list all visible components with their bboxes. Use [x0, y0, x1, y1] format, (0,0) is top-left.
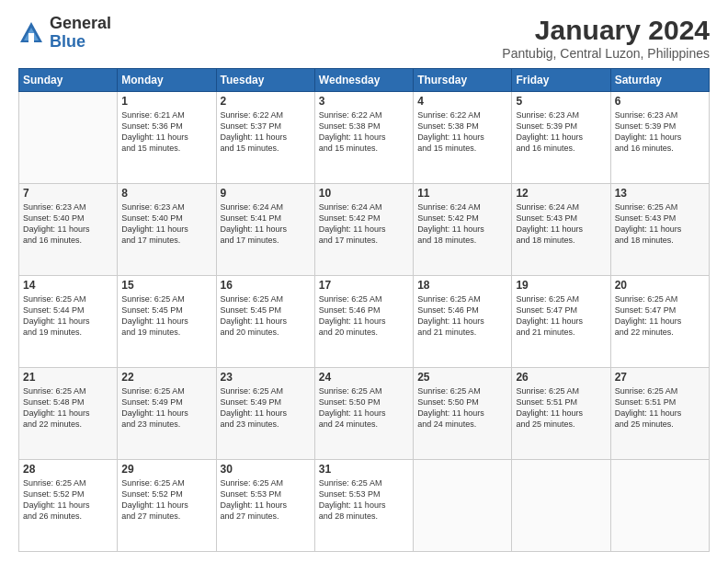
day-info: Sunrise: 6:25 AM Sunset: 5:47 PM Dayligh…	[615, 293, 705, 339]
table-row: 15Sunrise: 6:25 AM Sunset: 5:45 PM Dayli…	[118, 276, 216, 368]
day-number: 4	[417, 95, 507, 108]
table-row: 28Sunrise: 6:25 AM Sunset: 5:52 PM Dayli…	[19, 460, 118, 552]
day-info: Sunrise: 6:25 AM Sunset: 5:46 PM Dayligh…	[319, 293, 409, 339]
table-row: 19Sunrise: 6:25 AM Sunset: 5:47 PM Dayli…	[512, 276, 610, 368]
day-number: 25	[417, 371, 507, 384]
logo-general-text: General	[50, 15, 111, 33]
table-row: 17Sunrise: 6:25 AM Sunset: 5:46 PM Dayli…	[314, 276, 413, 368]
day-info: Sunrise: 6:25 AM Sunset: 5:47 PM Dayligh…	[516, 293, 606, 339]
header-sunday: Sunday	[19, 69, 118, 92]
day-info: Sunrise: 6:25 AM Sunset: 5:53 PM Dayligh…	[319, 477, 409, 523]
table-row: 24Sunrise: 6:25 AM Sunset: 5:50 PM Dayli…	[314, 368, 413, 460]
table-row: 7Sunrise: 6:23 AM Sunset: 5:40 PM Daylig…	[19, 184, 118, 276]
header: General Blue January 2024 Pantubig, Cent…	[18, 15, 710, 61]
table-row: 10Sunrise: 6:24 AM Sunset: 5:42 PM Dayli…	[314, 184, 413, 276]
day-info: Sunrise: 6:25 AM Sunset: 5:51 PM Dayligh…	[615, 385, 705, 431]
day-number: 26	[516, 371, 606, 384]
page: General Blue January 2024 Pantubig, Cent…	[0, 0, 728, 563]
day-info: Sunrise: 6:25 AM Sunset: 5:43 PM Dayligh…	[615, 201, 705, 247]
day-number: 19	[516, 279, 606, 292]
calendar-week-row: 14Sunrise: 6:25 AM Sunset: 5:44 PM Dayli…	[19, 276, 710, 368]
table-row: 3Sunrise: 6:22 AM Sunset: 5:38 PM Daylig…	[314, 92, 413, 184]
day-info: Sunrise: 6:21 AM Sunset: 5:36 PM Dayligh…	[121, 109, 211, 155]
table-row: 30Sunrise: 6:25 AM Sunset: 5:53 PM Dayli…	[216, 460, 314, 552]
logo-text: General Blue	[50, 15, 111, 52]
table-row: 8Sunrise: 6:23 AM Sunset: 5:40 PM Daylig…	[118, 184, 216, 276]
calendar-table: Sunday Monday Tuesday Wednesday Thursday…	[18, 68, 710, 552]
header-friday: Friday	[512, 69, 610, 92]
day-number: 6	[615, 95, 705, 108]
day-number: 22	[121, 371, 211, 384]
day-number: 24	[319, 371, 409, 384]
table-row: 12Sunrise: 6:24 AM Sunset: 5:43 PM Dayli…	[512, 184, 610, 276]
table-row: 5Sunrise: 6:23 AM Sunset: 5:39 PM Daylig…	[512, 92, 610, 184]
day-info: Sunrise: 6:23 AM Sunset: 5:40 PM Dayligh…	[23, 201, 113, 247]
table-row: 14Sunrise: 6:25 AM Sunset: 5:44 PM Dayli…	[19, 276, 118, 368]
day-number: 11	[417, 187, 507, 200]
logo: General Blue	[18, 15, 111, 52]
day-number: 31	[319, 463, 409, 476]
day-number: 12	[516, 187, 606, 200]
day-number: 10	[319, 187, 409, 200]
table-row: 1Sunrise: 6:21 AM Sunset: 5:36 PM Daylig…	[118, 92, 216, 184]
table-row: 26Sunrise: 6:25 AM Sunset: 5:51 PM Dayli…	[512, 368, 610, 460]
table-row	[414, 460, 512, 552]
day-info: Sunrise: 6:25 AM Sunset: 5:52 PM Dayligh…	[23, 477, 113, 523]
day-number: 8	[121, 187, 211, 200]
day-number: 16	[221, 279, 311, 292]
day-info: Sunrise: 6:25 AM Sunset: 5:45 PM Dayligh…	[121, 293, 211, 339]
table-row: 21Sunrise: 6:25 AM Sunset: 5:48 PM Dayli…	[19, 368, 118, 460]
day-number: 7	[23, 187, 113, 200]
day-number: 28	[23, 463, 113, 476]
day-number: 14	[23, 279, 113, 292]
day-info: Sunrise: 6:25 AM Sunset: 5:52 PM Dayligh…	[121, 477, 211, 523]
day-info: Sunrise: 6:23 AM Sunset: 5:39 PM Dayligh…	[516, 109, 606, 155]
day-number: 17	[319, 279, 409, 292]
day-number: 3	[319, 95, 409, 108]
header-wednesday: Wednesday	[314, 69, 413, 92]
day-info: Sunrise: 6:25 AM Sunset: 5:48 PM Dayligh…	[23, 385, 113, 431]
day-info: Sunrise: 6:23 AM Sunset: 5:39 PM Dayligh…	[615, 109, 705, 155]
table-row	[610, 460, 709, 552]
logo-icon	[18, 20, 44, 46]
table-row: 31Sunrise: 6:25 AM Sunset: 5:53 PM Dayli…	[314, 460, 413, 552]
header-tuesday: Tuesday	[216, 69, 314, 92]
header-thursday: Thursday	[414, 69, 512, 92]
day-info: Sunrise: 6:22 AM Sunset: 5:37 PM Dayligh…	[221, 109, 311, 155]
day-number: 15	[121, 279, 211, 292]
table-row: 25Sunrise: 6:25 AM Sunset: 5:50 PM Dayli…	[414, 368, 512, 460]
day-info: Sunrise: 6:25 AM Sunset: 5:44 PM Dayligh…	[23, 293, 113, 339]
day-number: 21	[23, 371, 113, 384]
table-row: 13Sunrise: 6:25 AM Sunset: 5:43 PM Dayli…	[610, 184, 709, 276]
table-row: 11Sunrise: 6:24 AM Sunset: 5:42 PM Dayli…	[414, 184, 512, 276]
table-row: 16Sunrise: 6:25 AM Sunset: 5:45 PM Dayli…	[216, 276, 314, 368]
calendar-week-row: 21Sunrise: 6:25 AM Sunset: 5:48 PM Dayli…	[19, 368, 710, 460]
table-row: 18Sunrise: 6:25 AM Sunset: 5:46 PM Dayli…	[414, 276, 512, 368]
day-info: Sunrise: 6:24 AM Sunset: 5:41 PM Dayligh…	[221, 201, 311, 247]
svg-rect-2	[28, 33, 34, 42]
header-monday: Monday	[118, 69, 216, 92]
calendar-week-row: 7Sunrise: 6:23 AM Sunset: 5:40 PM Daylig…	[19, 184, 710, 276]
table-row: 9Sunrise: 6:24 AM Sunset: 5:41 PM Daylig…	[216, 184, 314, 276]
day-info: Sunrise: 6:25 AM Sunset: 5:49 PM Dayligh…	[121, 385, 211, 431]
calendar-title: January 2024	[502, 15, 710, 46]
calendar-week-row: 1Sunrise: 6:21 AM Sunset: 5:36 PM Daylig…	[19, 92, 710, 184]
day-info: Sunrise: 6:25 AM Sunset: 5:50 PM Dayligh…	[417, 385, 507, 431]
day-info: Sunrise: 6:22 AM Sunset: 5:38 PM Dayligh…	[417, 109, 507, 155]
header-saturday: Saturday	[610, 69, 709, 92]
day-number: 9	[221, 187, 311, 200]
day-number: 1	[121, 95, 211, 108]
calendar-header-row: Sunday Monday Tuesday Wednesday Thursday…	[19, 69, 710, 92]
logo-blue-text: Blue	[50, 33, 111, 52]
table-row: 20Sunrise: 6:25 AM Sunset: 5:47 PM Dayli…	[610, 276, 709, 368]
table-row	[512, 460, 610, 552]
day-info: Sunrise: 6:25 AM Sunset: 5:53 PM Dayligh…	[221, 477, 311, 523]
day-number: 23	[221, 371, 311, 384]
calendar-subtitle: Pantubig, Central Luzon, Philippines	[502, 46, 710, 61]
table-row: 22Sunrise: 6:25 AM Sunset: 5:49 PM Dayli…	[118, 368, 216, 460]
day-info: Sunrise: 6:24 AM Sunset: 5:42 PM Dayligh…	[319, 201, 409, 247]
calendar-week-row: 28Sunrise: 6:25 AM Sunset: 5:52 PM Dayli…	[19, 460, 710, 552]
day-info: Sunrise: 6:24 AM Sunset: 5:43 PM Dayligh…	[516, 201, 606, 247]
day-number: 20	[615, 279, 705, 292]
table-row: 23Sunrise: 6:25 AM Sunset: 5:49 PM Dayli…	[216, 368, 314, 460]
